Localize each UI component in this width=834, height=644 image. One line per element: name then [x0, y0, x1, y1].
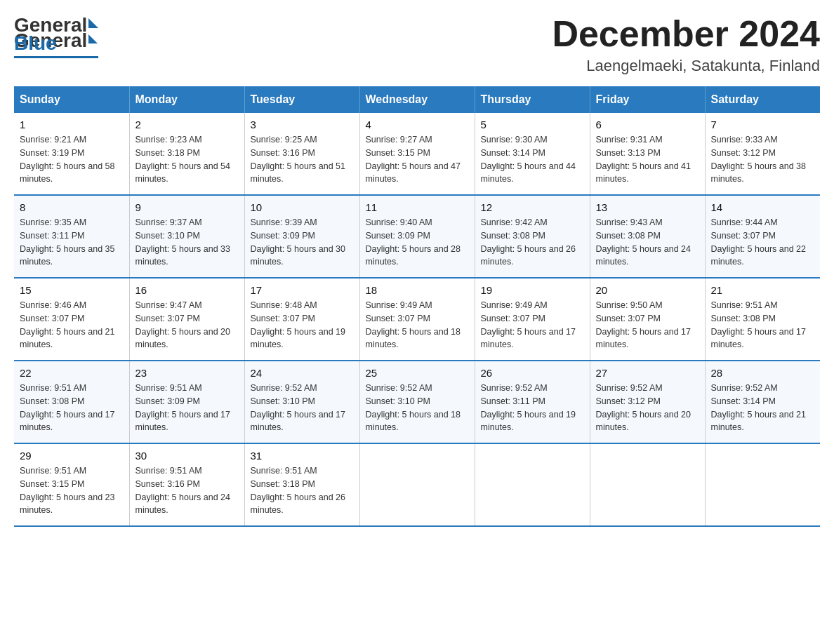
day-number: 22 [20, 367, 124, 379]
calendar-cell: 6 Sunrise: 9:31 AMSunset: 3:13 PMDayligh… [590, 113, 705, 195]
col-thursday: Thursday [475, 86, 590, 113]
calendar-cell: 19 Sunrise: 9:49 AMSunset: 3:07 PMDaylig… [475, 278, 590, 361]
day-info: Sunrise: 9:52 AMSunset: 3:11 PMDaylight:… [481, 383, 576, 432]
calendar-week-row: 1 Sunrise: 9:21 AMSunset: 3:19 PMDayligh… [14, 113, 820, 195]
day-info: Sunrise: 9:27 AMSunset: 3:15 PMDaylight:… [366, 135, 461, 184]
day-info: Sunrise: 9:25 AMSunset: 3:16 PMDaylight:… [251, 135, 346, 184]
calendar-cell: 11 Sunrise: 9:40 AMSunset: 3:09 PMDaylig… [359, 195, 475, 278]
day-number: 1 [20, 119, 124, 130]
day-number: 23 [135, 367, 239, 379]
col-saturday: Saturday [705, 86, 820, 113]
day-info: Sunrise: 9:33 AMSunset: 3:12 PMDaylight:… [711, 135, 807, 184]
logo: General General Blue [14, 14, 98, 58]
calendar-cell: 22 Sunrise: 9:51 AMSunset: 3:08 PMDaylig… [14, 361, 129, 443]
header: General General Blue December 2024 Laeng… [14, 14, 820, 75]
day-number: 21 [711, 284, 815, 296]
calendar-subtitle: Laengelmaeki, Satakunta, Finland [552, 57, 820, 75]
calendar-cell: 14 Sunrise: 9:44 AMSunset: 3:07 PMDaylig… [705, 195, 820, 278]
calendar-cell: 5 Sunrise: 9:30 AMSunset: 3:14 PMDayligh… [475, 113, 590, 195]
calendar-cell: 9 Sunrise: 9:37 AMSunset: 3:10 PMDayligh… [129, 195, 244, 278]
day-info: Sunrise: 9:31 AMSunset: 3:13 PMDaylight:… [596, 135, 691, 184]
day-info: Sunrise: 9:37 AMSunset: 3:10 PMDaylight:… [135, 217, 231, 267]
day-number: 25 [366, 367, 469, 379]
calendar-cell [475, 443, 590, 526]
day-info: Sunrise: 9:30 AMSunset: 3:14 PMDaylight:… [481, 135, 576, 184]
calendar-week-row: 29 Sunrise: 9:51 AMSunset: 3:15 PMDaylig… [14, 443, 820, 526]
calendar-cell: 23 Sunrise: 9:51 AMSunset: 3:09 PMDaylig… [129, 361, 244, 443]
calendar-cell: 31 Sunrise: 9:51 AMSunset: 3:18 PMDaylig… [244, 443, 359, 526]
day-number: 9 [135, 201, 239, 213]
logo-arrow-icon [88, 34, 98, 43]
calendar-cell: 24 Sunrise: 9:52 AMSunset: 3:10 PMDaylig… [244, 361, 359, 443]
day-info: Sunrise: 9:52 AMSunset: 3:10 PMDaylight:… [366, 383, 461, 432]
logo-blue-text: Blue [14, 32, 57, 55]
day-number: 19 [481, 284, 584, 296]
day-number: 4 [366, 119, 469, 130]
day-info: Sunrise: 9:35 AMSunset: 3:11 PMDaylight:… [20, 217, 115, 267]
calendar-cell: 18 Sunrise: 9:49 AMSunset: 3:07 PMDaylig… [359, 278, 475, 361]
calendar-cell: 3 Sunrise: 9:25 AMSunset: 3:16 PMDayligh… [244, 113, 359, 195]
calendar-cell: 16 Sunrise: 9:47 AMSunset: 3:07 PMDaylig… [129, 278, 244, 361]
day-info: Sunrise: 9:51 AMSunset: 3:15 PMDaylight:… [20, 466, 115, 515]
calendar-cell: 29 Sunrise: 9:51 AMSunset: 3:15 PMDaylig… [14, 443, 129, 526]
day-info: Sunrise: 9:43 AMSunset: 3:08 PMDaylight:… [596, 217, 691, 267]
day-number: 12 [481, 201, 584, 213]
calendar-table: Sunday Monday Tuesday Wednesday Thursday… [14, 86, 820, 527]
day-info: Sunrise: 9:51 AMSunset: 3:18 PMDaylight:… [251, 466, 346, 515]
day-number: 7 [711, 119, 815, 130]
calendar-cell: 25 Sunrise: 9:52 AMSunset: 3:10 PMDaylig… [359, 361, 475, 443]
calendar-cell: 20 Sunrise: 9:50 AMSunset: 3:07 PMDaylig… [590, 278, 705, 361]
day-info: Sunrise: 9:51 AMSunset: 3:08 PMDaylight:… [20, 383, 115, 432]
calendar-cell: 1 Sunrise: 9:21 AMSunset: 3:19 PMDayligh… [14, 113, 129, 195]
col-sunday: Sunday [14, 86, 129, 113]
day-number: 30 [135, 450, 239, 462]
day-number: 15 [20, 284, 124, 296]
day-info: Sunrise: 9:39 AMSunset: 3:09 PMDaylight:… [251, 217, 346, 267]
header-row: Sunday Monday Tuesday Wednesday Thursday… [14, 86, 820, 113]
day-number: 24 [251, 367, 354, 379]
day-info: Sunrise: 9:44 AMSunset: 3:07 PMDaylight:… [711, 217, 807, 267]
day-number: 29 [20, 450, 124, 462]
day-number: 3 [251, 119, 354, 130]
calendar-cell: 12 Sunrise: 9:42 AMSunset: 3:08 PMDaylig… [475, 195, 590, 278]
col-friday: Friday [590, 86, 705, 113]
day-number: 14 [711, 201, 815, 213]
day-info: Sunrise: 9:52 AMSunset: 3:14 PMDaylight:… [711, 383, 807, 432]
day-number: 20 [596, 284, 699, 296]
day-info: Sunrise: 9:48 AMSunset: 3:07 PMDaylight:… [251, 300, 346, 349]
day-number: 28 [711, 367, 815, 379]
day-number: 31 [251, 450, 354, 462]
calendar-cell: 8 Sunrise: 9:35 AMSunset: 3:11 PMDayligh… [14, 195, 129, 278]
day-number: 16 [135, 284, 239, 296]
day-number: 18 [366, 284, 469, 296]
col-wednesday: Wednesday [359, 86, 475, 113]
day-info: Sunrise: 9:49 AMSunset: 3:07 PMDaylight:… [366, 300, 461, 349]
calendar-cell: 30 Sunrise: 9:51 AMSunset: 3:16 PMDaylig… [129, 443, 244, 526]
calendar-cell: 4 Sunrise: 9:27 AMSunset: 3:15 PMDayligh… [359, 113, 475, 195]
calendar-week-row: 8 Sunrise: 9:35 AMSunset: 3:11 PMDayligh… [14, 195, 820, 278]
day-number: 17 [251, 284, 354, 296]
calendar-cell: 13 Sunrise: 9:43 AMSunset: 3:08 PMDaylig… [590, 195, 705, 278]
calendar-cell [705, 443, 820, 526]
day-info: Sunrise: 9:52 AMSunset: 3:12 PMDaylight:… [596, 383, 691, 432]
calendar-cell: 15 Sunrise: 9:46 AMSunset: 3:07 PMDaylig… [14, 278, 129, 361]
calendar-cell: 17 Sunrise: 9:48 AMSunset: 3:07 PMDaylig… [244, 278, 359, 361]
calendar-cell: 2 Sunrise: 9:23 AMSunset: 3:18 PMDayligh… [129, 113, 244, 195]
day-info: Sunrise: 9:40 AMSunset: 3:09 PMDaylight:… [366, 217, 461, 267]
calendar-week-row: 15 Sunrise: 9:46 AMSunset: 3:07 PMDaylig… [14, 278, 820, 361]
calendar-title: December 2024 [552, 14, 820, 54]
day-number: 2 [135, 119, 239, 130]
day-info: Sunrise: 9:51 AMSunset: 3:16 PMDaylight:… [135, 466, 231, 515]
calendar-cell: 7 Sunrise: 9:33 AMSunset: 3:12 PMDayligh… [705, 113, 820, 195]
day-info: Sunrise: 9:46 AMSunset: 3:07 PMDaylight:… [20, 300, 115, 349]
day-number: 6 [596, 119, 699, 130]
day-number: 11 [366, 201, 469, 213]
day-info: Sunrise: 9:51 AMSunset: 3:08 PMDaylight:… [711, 300, 807, 349]
day-number: 13 [596, 201, 699, 213]
day-number: 27 [596, 367, 699, 379]
logo-underline [14, 56, 98, 58]
day-info: Sunrise: 9:21 AMSunset: 3:19 PMDaylight:… [20, 135, 115, 184]
day-info: Sunrise: 9:50 AMSunset: 3:07 PMDaylight:… [596, 300, 691, 349]
day-number: 10 [251, 201, 354, 213]
calendar-cell: 26 Sunrise: 9:52 AMSunset: 3:11 PMDaylig… [475, 361, 590, 443]
